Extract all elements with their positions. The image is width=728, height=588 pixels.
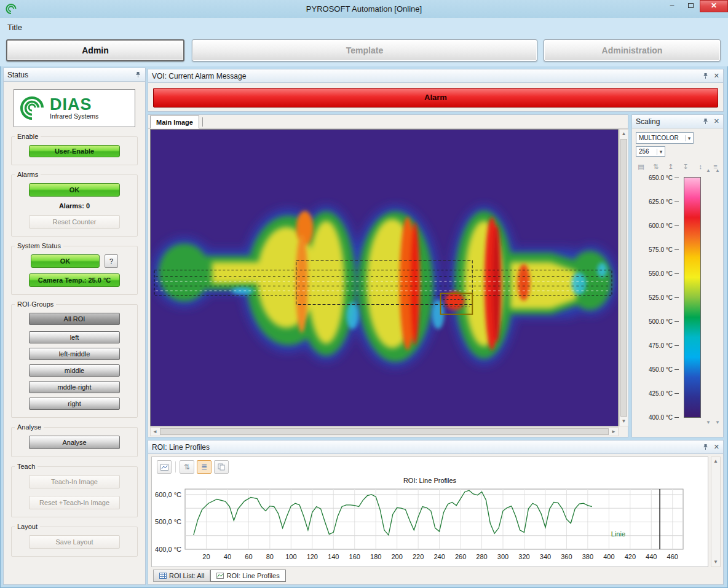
roi-group-left[interactable]: left: [29, 331, 120, 343]
color-scale-bar: [684, 177, 701, 418]
chart-vertical-scrollbar[interactable]: ▲ ▼: [711, 457, 721, 567]
scale-tick: [675, 417, 679, 418]
scale-shift-up-icon[interactable]: ▲: [705, 168, 712, 173]
group-roi-label: ROI-Groups: [15, 300, 56, 308]
roi-group-middle-right[interactable]: mddle-right: [29, 381, 120, 393]
image-dock: Main Image: [148, 114, 628, 437]
levels-select[interactable]: 256 ▾: [636, 146, 665, 157]
scale-label: 600.0 °C: [649, 222, 673, 229]
autoscale-icon[interactable]: ⇅: [651, 162, 661, 171]
system-ok-button[interactable]: OK: [31, 254, 100, 268]
roi-group-all[interactable]: All ROI: [29, 313, 120, 325]
scrollbar-thumb[interactable]: [160, 428, 609, 435]
group-system-status: System Status OK ? Camera Temp.: 25.0 °C: [11, 246, 138, 295]
line-profiles-panel: ROI: Line Profiles ✕ ⇅ ≣ ROI: Line Profi…: [148, 440, 724, 585]
palette-select[interactable]: MULTICOLOR ▾: [636, 132, 694, 144]
profiles-panel-header[interactable]: ROI: Line Profiles ✕: [148, 441, 723, 454]
svg-text:60: 60: [245, 553, 252, 560]
scale-label: 450.0 °C: [649, 366, 673, 373]
close-panel-icon[interactable]: ✕: [714, 118, 719, 125]
help-button[interactable]: ?: [105, 254, 118, 268]
tab-admin[interactable]: Admin: [6, 39, 184, 61]
scroll-up-icon[interactable]: ▲: [711, 457, 720, 466]
export-chart-button[interactable]: [157, 460, 172, 474]
group-alarms: Alarms OK Alarms: 0 Reset Counter: [11, 174, 138, 237]
tab-main-image[interactable]: Main Image: [150, 116, 199, 128]
palette-edit-icon[interactable]: ▤: [636, 162, 646, 171]
status-panel-header[interactable]: Status: [4, 68, 145, 82]
alarms-ok-button[interactable]: OK: [29, 183, 120, 197]
window-title: PYROSOFT Automation [Online]: [0, 0, 728, 18]
copy-chart-button[interactable]: [214, 460, 229, 474]
group-alarms-label: Alarms: [15, 171, 41, 178]
svg-text:500,0 °C: 500,0 °C: [155, 518, 181, 525]
svg-text:300: 300: [497, 553, 508, 560]
voi-panel-header[interactable]: VOI: Current Alarm Message ✕: [148, 69, 723, 83]
reset-counter-button[interactable]: Reset Counter: [29, 215, 120, 229]
title-bar[interactable]: PYROSOFT Automation [Online] – ✕: [0, 0, 728, 18]
scroll-down-icon[interactable]: ▼: [711, 558, 720, 566]
roi-group-middle[interactable]: middle: [29, 364, 120, 377]
save-layout-button[interactable]: Save Layout: [29, 535, 120, 549]
tab-template[interactable]: Template: [192, 39, 537, 61]
tab-roi-list-label: ROI List: All: [169, 572, 204, 579]
scale-labels: 650.0 °C 625.0 °C 600.0 °C 575.0 °C 550.…: [632, 174, 679, 421]
list-view-button[interactable]: ≣: [197, 460, 212, 474]
pin-icon[interactable]: [702, 73, 709, 79]
svg-text:200: 200: [392, 553, 403, 560]
group-roi-groups: ROI-Groups All ROI left left-middle midd…: [11, 304, 138, 418]
scroll-left-icon[interactable]: ◄: [151, 428, 159, 436]
chevron-down-icon: ▾: [685, 135, 693, 141]
profiles-panel-title: ROI: Line Profiles: [152, 443, 702, 452]
levels-value: 256: [636, 148, 657, 155]
close-panel-icon[interactable]: ✕: [714, 73, 719, 79]
scale-tick: [675, 178, 679, 178]
close-button[interactable]: ✕: [700, 0, 728, 12]
scroll-down-icon[interactable]: ▼: [620, 417, 628, 426]
svg-text:380: 380: [582, 553, 593, 560]
reset-teach-in-button[interactable]: Reset +Teach-In Image: [29, 496, 120, 509]
scale-label: 550.0 °C: [649, 270, 673, 277]
pin-icon[interactable]: [702, 444, 709, 450]
svg-text:240: 240: [433, 553, 445, 560]
scale-shift-down-icon[interactable]: ▼: [705, 420, 712, 425]
profile-chart[interactable]: 2040608010012014016018020022024026028030…: [153, 484, 706, 565]
tab-roi-line-profiles[interactable]: ROI: Line Profiles: [210, 570, 285, 582]
scale-tick: [675, 393, 679, 394]
scale-tick: [675, 369, 679, 370]
scroll-up-icon[interactable]: ▲: [620, 130, 628, 138]
scale-shift-up-icon[interactable]: ▲: [714, 168, 721, 173]
scaling-panel-header[interactable]: Scaling ✕: [632, 115, 723, 128]
group-enable: Enable User-Enable: [11, 136, 138, 165]
pin-icon[interactable]: [702, 118, 709, 125]
camera-temp-button[interactable]: Camera Temp.: 25.0 °C: [29, 273, 120, 287]
scale-min-icon[interactable]: ↧: [681, 162, 691, 171]
scale-tick: [675, 321, 679, 322]
image-vertical-scrollbar[interactable]: ▲ ▼: [619, 129, 628, 426]
user-enable-button[interactable]: User-Enable: [29, 145, 120, 157]
roi-group-left-middle[interactable]: left-middle: [29, 348, 120, 360]
scale-max-icon[interactable]: ↥: [665, 162, 676, 171]
minimize-button[interactable]: –: [663, 0, 681, 12]
tab-administration[interactable]: Administration: [544, 39, 721, 61]
page-title: Title: [7, 23, 22, 32]
svg-text:440: 440: [646, 553, 657, 560]
image-horizontal-scrollbar[interactable]: ◄ ►: [150, 427, 619, 436]
scale-label: 400.0 °C: [649, 414, 673, 421]
roi-group-right[interactable]: right: [29, 398, 120, 410]
scroll-right-icon[interactable]: ►: [609, 428, 618, 436]
svg-text:360: 360: [561, 553, 572, 560]
teach-in-image-button[interactable]: Teach-In Image: [29, 475, 120, 488]
thermal-image[interactable]: [150, 129, 619, 426]
close-panel-icon[interactable]: ✕: [714, 444, 719, 450]
autoscale-button[interactable]: ⇅: [180, 460, 194, 474]
pin-icon[interactable]: [135, 71, 141, 78]
scrollbar-thumb[interactable]: [620, 139, 627, 417]
scale-shift-down-icon[interactable]: ▼: [714, 420, 721, 425]
maximize-button[interactable]: [681, 0, 700, 12]
svg-text:100: 100: [285, 553, 296, 560]
profile-chart-box: ⇅ ≣ ROI: Line Profiles 20406080100120140…: [151, 457, 708, 567]
tab-roi-list[interactable]: ROI List: All: [153, 570, 210, 582]
analyse-button[interactable]: Analyse: [29, 436, 120, 449]
image-tabstrip: Main Image: [148, 115, 628, 128]
